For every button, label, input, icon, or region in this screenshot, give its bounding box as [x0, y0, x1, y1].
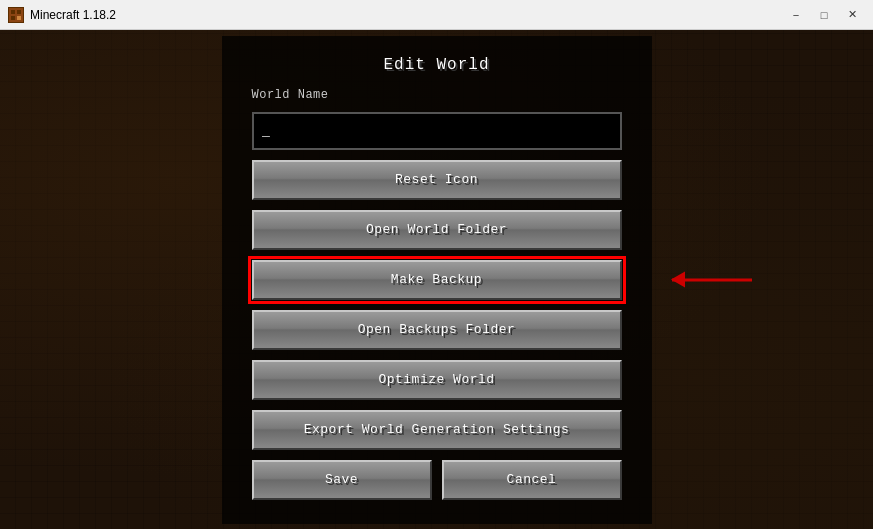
maximize-button[interactable]: □	[811, 5, 837, 25]
export-world-generation-settings-button[interactable]: Export World Generation Settings	[252, 410, 622, 450]
optimize-world-button[interactable]: Optimize World	[252, 360, 622, 400]
svg-rect-2	[17, 10, 21, 14]
title-bar: Minecraft 1.18.2 − □ ✕	[0, 0, 873, 30]
arrow-line	[672, 278, 752, 281]
window-controls: − □ ✕	[783, 5, 865, 25]
title-bar-left: Minecraft 1.18.2	[8, 7, 116, 23]
minimize-button[interactable]: −	[783, 5, 809, 25]
bottom-button-row: Save Cancel	[252, 460, 622, 500]
save-button[interactable]: Save	[252, 460, 432, 500]
arrow-annotation	[672, 278, 752, 281]
make-backup-wrapper: Make Backup	[252, 260, 622, 300]
open-backups-folder-button[interactable]: Open Backups Folder	[252, 310, 622, 350]
dialog-title: Edit World	[383, 56, 489, 74]
make-backup-button[interactable]: Make Backup	[252, 260, 622, 300]
close-button[interactable]: ✕	[839, 5, 865, 25]
app-title: Minecraft 1.18.2	[30, 8, 116, 22]
svg-rect-4	[17, 16, 21, 20]
cancel-button[interactable]: Cancel	[442, 460, 622, 500]
game-area: Edit World World Name Reset Icon Open Wo…	[0, 30, 873, 529]
app-icon	[8, 7, 24, 23]
reset-icon-button[interactable]: Reset Icon	[252, 160, 622, 200]
world-name-label: World Name	[252, 88, 329, 102]
world-name-input[interactable]	[252, 112, 622, 150]
edit-world-dialog: Edit World World Name Reset Icon Open Wo…	[222, 36, 652, 524]
svg-rect-1	[11, 10, 15, 14]
open-world-folder-button[interactable]: Open World Folder	[252, 210, 622, 250]
svg-rect-3	[11, 16, 15, 20]
